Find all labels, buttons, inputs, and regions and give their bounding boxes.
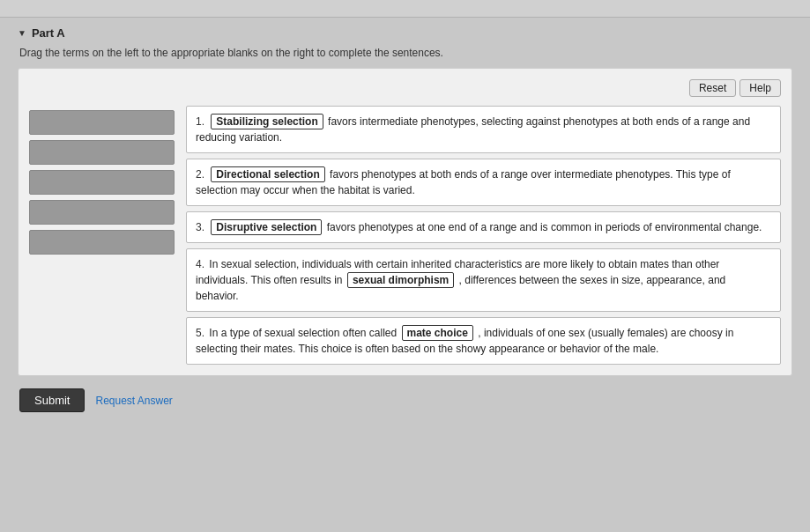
draggable-term-3[interactable] [29,170,175,195]
draggable-term-1[interactable] [29,110,175,135]
sentence-text-5a: In a type of sexual selection often call… [209,327,399,339]
part-header: ▼ Part A [18,26,792,40]
exercise-container: Reset Help 1. Stabilizing selection favo… [18,68,792,376]
submit-button[interactable]: Submit [19,388,85,412]
help-button[interactable]: Help [739,79,781,97]
term-stabilizing-selection[interactable]: Stabilizing selection [211,114,323,129]
sentence-number-4: 4. [196,258,204,270]
sentence-box-3: 3. Disruptive selection favors phenotype… [186,211,781,243]
drag-area: 1. Stabilizing selection favors intermed… [29,106,781,365]
reset-button[interactable]: Reset [689,79,736,97]
instructions: Drag the terms on the left to the approp… [19,47,792,59]
term-disruptive-selection[interactable]: Disruptive selection [211,219,322,235]
top-buttons: Reset Help [29,79,781,97]
sentence-box-2: 2. Directional selection favors phenotyp… [186,159,781,206]
sentence-number-2: 2. [196,168,204,181]
left-terms [29,106,179,365]
sentence-box-5: 5. In a type of sexual selection often c… [186,317,781,365]
main-content: ▼ Part A Drag the terms on the left to t… [0,18,810,532]
request-answer-link[interactable]: Request Answer [95,395,172,407]
sentence-number-3: 3. [196,221,204,233]
draggable-term-2[interactable] [29,140,175,165]
part-label: Part A [32,26,65,40]
sentence-number-5: 5. [196,327,204,339]
sentence-box-1: 1. Stabilizing selection favors intermed… [186,106,781,153]
draggable-term-5[interactable] [29,230,175,255]
bottom-buttons: Submit Request Answer [18,388,792,412]
term-directional-selection[interactable]: Directional selection [211,166,324,182]
top-bar [0,0,810,18]
draggable-term-4[interactable] [29,200,175,225]
term-mate-choice[interactable]: mate choice [402,325,473,341]
collapse-icon[interactable]: ▼ [18,28,26,38]
sentence-text-3: favors phenotypes at one end of a range … [327,221,762,233]
term-sexual-dimorphism[interactable]: sexual dimorphism [347,272,454,288]
sentence-box-4: 4. In sexual selection, individuals with… [186,248,781,312]
sentences-area: 1. Stabilizing selection favors intermed… [186,106,781,365]
sentence-number-1: 1. [196,115,204,128]
